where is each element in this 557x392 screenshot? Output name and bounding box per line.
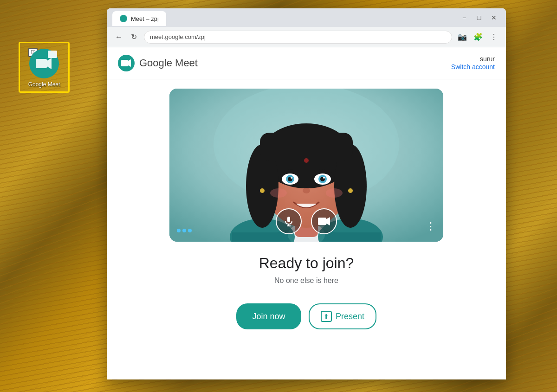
account-info: surur Switch account — [451, 55, 495, 71]
icon-image: ☑ — [29, 49, 59, 78]
svg-point-17 — [304, 158, 309, 163]
video-preview: ⋮ — [169, 89, 443, 242]
svg-marker-35 — [326, 217, 330, 225]
tab-favicon — [120, 15, 127, 22]
close-button[interactable]: ✕ — [487, 11, 500, 24]
microphone-button[interactable] — [276, 208, 302, 234]
svg-rect-0 — [36, 59, 47, 68]
address-bar[interactable]: meet.google.com/zpj — [144, 31, 452, 44]
chrome-addressbar: ← ↻ meet.google.com/zpj 📷 🧩 ⋮ — [107, 27, 506, 47]
meet-logo-text: Google Meet — [139, 57, 198, 69]
present-button[interactable]: ⬆ Present — [309, 303, 376, 329]
menu-icon[interactable]: ⋮ — [487, 31, 500, 44]
camera-button[interactable] — [311, 208, 337, 234]
browser-window: Meet – zpj − □ ✕ ← ↻ meet.google.com/zpj… — [107, 8, 506, 379]
reload-button[interactable]: ↻ — [127, 31, 140, 44]
svg-point-25 — [323, 177, 325, 179]
svg-rect-31 — [287, 217, 290, 222]
svg-rect-16 — [260, 133, 353, 161]
video-controls — [169, 208, 443, 234]
camera-icon[interactable]: 📷 — [456, 31, 469, 44]
ready-section: Ready to join? No one else is here — [107, 242, 506, 303]
svg-point-21 — [291, 177, 292, 179]
minimize-button[interactable]: − — [458, 11, 471, 24]
meet-icon-circle — [29, 49, 59, 78]
chrome-titlebar: Meet – zpj − □ ✕ — [107, 8, 506, 27]
tab-area: Meet – zpj — [112, 9, 454, 26]
svg-point-27 — [270, 188, 287, 198]
svg-rect-34 — [318, 218, 326, 225]
meet-page-content: Google Meet surur Switch account — [107, 47, 506, 379]
meet-camera-svg — [121, 59, 131, 67]
video-preview-container: ⋮ — [107, 79, 506, 242]
maximize-button[interactable]: □ — [473, 11, 486, 24]
svg-marker-3 — [128, 59, 131, 67]
svg-point-30 — [348, 188, 353, 193]
meet-logo: Google Meet — [118, 55, 198, 71]
cam-icon — [318, 216, 330, 226]
desktop-icon-google-meet[interactable]: ☑ Google Meet — [19, 42, 70, 93]
extensions-icon[interactable]: 🧩 — [472, 31, 485, 44]
account-username: surur — [451, 55, 495, 63]
url-text: meet.google.com/zpj — [150, 33, 206, 40]
present-label: Present — [336, 312, 364, 321]
svg-point-29 — [260, 188, 265, 193]
desktop-icon-label: Google Meet — [28, 81, 60, 88]
back-button[interactable]: ← — [112, 31, 125, 44]
tab-title: Meet – zpj — [131, 15, 159, 22]
mic-icon — [283, 216, 294, 227]
present-icon: ⬆ — [321, 311, 332, 322]
camera-svg — [36, 57, 52, 70]
svg-marker-1 — [47, 58, 52, 69]
nav-controls: ← ↻ — [112, 31, 140, 44]
join-now-button[interactable]: Join now — [236, 303, 301, 329]
ready-title: Ready to join? — [118, 255, 495, 272]
svg-point-26 — [303, 188, 310, 193]
window-controls: − □ ✕ — [458, 11, 500, 24]
switch-account-link[interactable]: Switch account — [451, 63, 495, 71]
svg-rect-2 — [121, 60, 128, 66]
chrome-toolbar-icons: 📷 🧩 ⋮ — [456, 31, 500, 44]
meet-header: Google Meet surur Switch account — [107, 47, 506, 79]
chrome-tab-meet[interactable]: Meet – zpj — [112, 11, 166, 26]
meet-logo-icon — [118, 55, 135, 71]
action-buttons: Join now ⬆ Present — [107, 303, 506, 341]
no-one-text: No one else is here — [118, 276, 495, 285]
video-more-options[interactable]: ⋮ — [426, 220, 436, 232]
svg-point-28 — [326, 188, 343, 198]
